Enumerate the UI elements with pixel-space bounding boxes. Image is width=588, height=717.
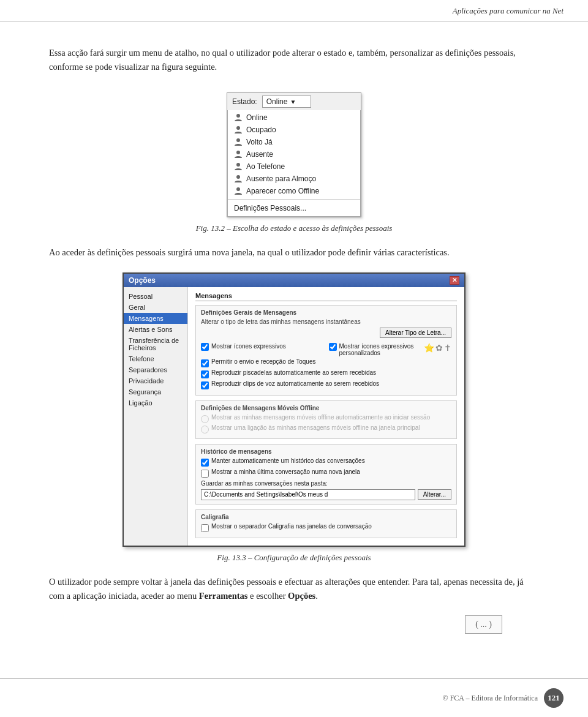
menu-item-label: Volto Já bbox=[246, 138, 273, 146]
definicoes-pessoais-button[interactable]: Definições Pessoais... bbox=[228, 201, 312, 215]
general-settings-title: Definições Gerais de Mensagens bbox=[201, 309, 451, 316]
dropdown-separator bbox=[228, 199, 360, 200]
history-path-input[interactable] bbox=[201, 489, 415, 500]
opcoes-bold: Opções bbox=[288, 591, 315, 601]
menu-item-label: Online bbox=[246, 113, 268, 122]
emoji-icons: ⭐ ✿ ✝ bbox=[424, 343, 451, 353]
sidebar-item-mensagens[interactable]: Mensagens bbox=[124, 313, 187, 324]
dropdown-item-online[interactable]: Online bbox=[228, 111, 360, 124]
star-icon: ⭐ bbox=[424, 343, 434, 353]
radio-offline-2: Mostrar uma ligação às minhas mensagens … bbox=[201, 424, 451, 434]
dropdown-item-ocupado[interactable]: Ocupado bbox=[228, 124, 360, 136]
footer-right: © FCA – Editora de Informática 121 bbox=[443, 688, 564, 708]
page-header: Aplicações para comunicar na Net bbox=[0, 0, 588, 21]
user-voltaja-icon bbox=[234, 138, 243, 146]
ellipsis-container: ( ... ) bbox=[49, 615, 502, 652]
checkbox-icones-personalizados[interactable] bbox=[329, 343, 337, 351]
sidebar-item-seguranca[interactable]: Segurança bbox=[124, 386, 187, 397]
figure-1-container: Estado: Online ▼ Online bbox=[49, 92, 539, 233]
ellipsis-button[interactable]: ( ... ) bbox=[465, 615, 502, 634]
dropdown-select[interactable]: Online ▼ bbox=[262, 96, 311, 108]
checkbox-historico-input[interactable] bbox=[201, 459, 209, 467]
dropdown-item-volta-ja[interactable]: Volto Já bbox=[228, 136, 360, 148]
dropdown-item-offline[interactable]: Aparecer como Offline bbox=[228, 185, 360, 197]
dialog-title: Opções bbox=[129, 276, 156, 285]
alterar-path-button[interactable]: Alterar... bbox=[418, 489, 451, 500]
alterar-tipo-letra-button[interactable]: Alterar Tipo de Letra... bbox=[380, 328, 451, 338]
sidebar-item-alertas[interactable]: Alertas e Sons bbox=[124, 324, 187, 335]
dropdown-title-bar: Estado: Online ▼ bbox=[227, 93, 361, 110]
checkbox-icones-expressivos[interactable] bbox=[201, 343, 209, 351]
radio-offline-ligacao[interactable] bbox=[201, 426, 209, 434]
checkbox-caligrafia: Mostrar o separador Caligrafia nas janel… bbox=[201, 523, 451, 532]
sidebar-item-separadores[interactable]: Separadores bbox=[124, 364, 187, 375]
menu-item-label: Ausente para Almoço bbox=[246, 175, 316, 183]
figure-2-caption: Fig. 13.3 – Configuração de definições p… bbox=[217, 553, 371, 563]
sidebar-item-telefone[interactable]: Telefone bbox=[124, 353, 187, 364]
dialog-close-button[interactable]: ✕ bbox=[450, 276, 459, 285]
user-almoco-icon bbox=[234, 175, 243, 183]
menu-item-label: Ausente bbox=[246, 150, 273, 159]
sidebar-item-geral[interactable]: Geral bbox=[124, 302, 187, 313]
radio-offline-1: Mostrar as minhas mensagens móveis offli… bbox=[201, 414, 451, 423]
dialog-main-area: Mensagens Definições Gerais de Mensagens… bbox=[188, 287, 464, 546]
offline-section-title: Definições de Mensagens Móveis Offline bbox=[201, 405, 451, 411]
history-path-row: Alterar... bbox=[201, 489, 451, 500]
radio-label: Mostrar as minhas mensagens móveis offli… bbox=[211, 414, 430, 421]
header-title: Aplicações para comunicar na Net bbox=[453, 6, 564, 15]
checkbox-ultima-conv-label: Mostrar a minha última conversação numa … bbox=[211, 468, 360, 475]
dialog-titlebar: Opções ✕ bbox=[124, 274, 464, 287]
bottom-paragraph: O utilizador pode sempre voltar à janela… bbox=[49, 575, 539, 603]
dropdown-arrow-icon: ▼ bbox=[290, 99, 296, 105]
user-offline-icon bbox=[234, 187, 243, 195]
main-content: Essa acção fará surgir um menu de atalho… bbox=[0, 21, 588, 701]
sidebar-item-pessoal[interactable]: Pessoal bbox=[124, 291, 187, 302]
checkbox-two-col: Mostrar ícones expressivos Mostrar ícone… bbox=[201, 343, 451, 356]
svg-point-2 bbox=[236, 138, 240, 142]
caligrafia-group: Caligrafia Mostrar o separador Caligrafi… bbox=[195, 509, 457, 538]
radio-offline-auto[interactable] bbox=[201, 415, 209, 423]
general-settings-subtitle: Alterar o tipo de letra das minhas mensa… bbox=[201, 318, 451, 325]
checkbox-piscadelas: Reproduzir piscadelas automaticamente ao… bbox=[201, 369, 451, 378]
checkbox-mostrar-icones: Mostrar ícones expressivos bbox=[201, 343, 324, 356]
checkbox-caligrafia-label: Mostrar o separador Caligrafia nas janel… bbox=[211, 523, 372, 530]
user-ausente-icon bbox=[234, 150, 243, 159]
dropdown-item-almoco[interactable]: Ausente para Almoço bbox=[228, 173, 360, 185]
user-telefone-icon bbox=[234, 162, 243, 171]
cross-icon: ✝ bbox=[444, 343, 451, 353]
dropdown-item-telefone[interactable]: Ao Telefone bbox=[228, 160, 360, 173]
checkbox-label: Mostrar ícones expressivos bbox=[211, 343, 286, 350]
checkbox-toques-input[interactable] bbox=[201, 359, 209, 367]
sidebar-item-ligacao[interactable]: Ligação bbox=[124, 397, 187, 408]
sidebar-item-transferencia[interactable]: Transferência de Ficheiros bbox=[124, 335, 187, 353]
checkbox-toques-label: Permitir o envio e recepção de Toques bbox=[211, 358, 315, 365]
main-section-title: Mensagens bbox=[195, 292, 457, 301]
checkbox-clips-input[interactable] bbox=[201, 381, 209, 389]
options-dialog: Opções ✕ Pessoal Geral Mensagens Alertas… bbox=[123, 272, 466, 547]
radio-label: Mostrar uma ligação às minhas mensagens … bbox=[211, 424, 420, 431]
svg-point-3 bbox=[236, 151, 240, 154]
svg-point-0 bbox=[236, 114, 240, 118]
svg-point-4 bbox=[236, 163, 240, 167]
user-online-icon bbox=[234, 113, 243, 122]
general-settings-group: Definições Gerais de Mensagens Alterar o… bbox=[195, 305, 457, 396]
checkbox-piscadelas-input[interactable] bbox=[201, 370, 209, 378]
checkbox-clips-voz: Reproduzir clips de voz automaticamente … bbox=[201, 380, 451, 389]
dropdown-item-ausente[interactable]: Ausente bbox=[228, 148, 360, 160]
checkbox-toques: Permitir o envio e recepção de Toques bbox=[201, 358, 451, 367]
checkbox-mostrar-icones-personalizados: Mostrar ícones expressivos personalizado… bbox=[329, 343, 452, 356]
checkbox-clips-label: Reproduzir clips de voz automaticamente … bbox=[211, 380, 379, 387]
checkbox-ultima-conv-input[interactable] bbox=[201, 470, 209, 478]
svg-point-1 bbox=[236, 126, 240, 130]
sidebar-item-privacidade[interactable]: Privacidade bbox=[124, 375, 187, 386]
svg-point-5 bbox=[236, 175, 240, 179]
bottom-text-1: O utilizador pode sempre voltar à janela… bbox=[49, 577, 524, 601]
dropdown-mockup: Estado: Online ▼ Online bbox=[227, 92, 361, 217]
checkbox-caligrafia-input[interactable] bbox=[201, 524, 209, 532]
user-ocupado-icon bbox=[234, 126, 243, 134]
dialog-body: Pessoal Geral Mensagens Alertas e Sons T… bbox=[124, 287, 464, 546]
footer-brand: © FCA – Editora de Informática bbox=[443, 694, 538, 703]
middle-paragraph: Ao aceder às definições pessoais surgirá… bbox=[49, 246, 539, 260]
ferramentas-label: Ferramentas bbox=[199, 591, 250, 601]
checkbox-historico: Manter automaticamente um histórico das … bbox=[201, 457, 451, 467]
